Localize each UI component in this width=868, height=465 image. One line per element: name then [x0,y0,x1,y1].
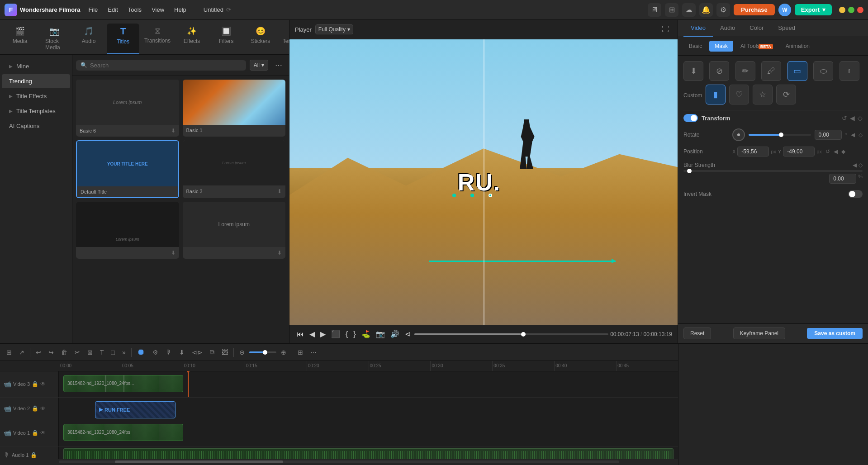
more-options-btn[interactable]: ⋯ [272,58,285,72]
tl-undo-btn[interactable]: ↩ [33,347,44,358]
clip-video3[interactable]: 3015482-hd_1920_1080_24fps... [63,375,183,392]
play-back-button[interactable]: ◀ [308,328,317,340]
mask-shape-download[interactable]: ⬇ [683,61,703,81]
skip-back-button[interactable]: ⏮ [295,328,306,340]
position-diamond-icon[interactable]: ◆ [841,148,845,155]
play-button[interactable]: ▶ [318,328,327,340]
sidebar-item-mine[interactable]: ▶ Mine [2,59,70,73]
cloud-icon-btn[interactable]: ☁ [682,3,696,17]
mask-shape-ban[interactable]: ⊘ [709,61,729,81]
lock-audio1-icon[interactable]: 🔒 [30,452,37,458]
export-button[interactable]: Export ▾ [795,4,832,15]
reset-button[interactable]: Reset [683,327,711,339]
subtab-mask[interactable]: Mask [709,41,733,52]
mask-shape-rect[interactable]: ▭ [787,61,807,81]
eye3-icon[interactable]: 👁 [40,381,46,387]
bell-icon-btn[interactable]: 🔔 [699,3,713,17]
tl-settings-btn[interactable]: ⚙ [150,347,161,358]
blur-slider[interactable] [683,170,863,172]
blur-prev-icon[interactable]: ◀ [853,162,857,168]
rotate-diamond-icon[interactable]: ◇ [859,132,863,138]
clip-out-button[interactable]: } [351,328,357,340]
tab-effects[interactable]: ✨ Effects [175,24,208,54]
lock3-icon[interactable]: 🔒 [32,381,38,387]
eye2-icon[interactable]: 👁 [40,405,46,412]
tl-rect-btn[interactable]: □ [109,347,118,358]
mask-shape-ellipse[interactable]: ⬭ [813,61,833,81]
purchase-button[interactable]: Purchase [734,4,775,15]
zoom-in-btn[interactable]: ⊕ [278,347,289,358]
grid-item-basic6[interactable]: Lorem ipsum Basic 6 ⬇ [76,80,179,137]
right-tab-color[interactable]: Color [742,20,771,37]
tab-stock-media[interactable]: 📷 Stock Media [38,24,71,54]
tl-pip-btn[interactable]: 🖼 [219,347,231,358]
fullscreen-icon-btn[interactable]: ⛶ [659,23,672,36]
transform-reset-icon[interactable]: ↺ [842,114,847,122]
menu-file[interactable]: File [84,5,102,15]
tl-grid-btn[interactable]: ⊞ [4,347,14,358]
subtab-ai-tools[interactable]: AI Tools BETA [735,41,778,52]
grid-item-basic3[interactable]: Lorem ipsum Basic 3 ⬇ [183,140,286,198]
progress-bar[interactable] [414,333,608,335]
tab-titles[interactable]: T Titles [107,24,139,54]
tl-grid2-btn[interactable]: ⊞ [295,347,306,358]
mask-shape-pen[interactable]: ✏ [735,61,755,81]
grid-item-default-title[interactable]: YOUR TITLE HERE Default Title [76,140,179,198]
quality-select[interactable]: Full Quality ▾ [315,24,353,34]
transform-add-keyframe-icon[interactable]: ◇ [858,114,863,122]
mask-shape-custom-shape[interactable]: ⟳ [776,85,796,104]
position-reset-icon[interactable]: ↺ [825,148,830,155]
rotate-circle[interactable] [732,128,745,141]
sidebar-item-title-templates[interactable]: ▶ Title Templates [2,104,70,118]
tl-text-btn[interactable]: T [97,347,107,358]
menu-help[interactable]: Help [170,5,191,15]
eye1-icon[interactable]: 👁 [40,430,46,436]
tl-import-btn[interactable]: ⬇ [176,347,187,358]
snapshot-button[interactable]: 📷 [374,328,387,340]
tl-record-btn[interactable]: ⏺ [134,346,148,359]
right-tab-speed[interactable]: Speed [771,20,802,37]
share-icon-btn[interactable]: ⚙ [716,3,730,17]
tl-select-btn[interactable]: ↗ [16,347,27,358]
sidebar-item-ai-captions[interactable]: AI Captions [2,119,70,133]
minimize-button[interactable] [839,7,845,13]
tl-mic-btn[interactable]: 🎙 [163,347,175,358]
sidebar-item-title-effects[interactable]: ▶ Title Effects [2,89,70,103]
mask-shape-star[interactable]: ☆ [753,85,773,104]
tl-redo-btn[interactable]: ↪ [46,347,57,358]
tab-audio[interactable]: 🎵 Audio [72,24,105,54]
lock1-icon[interactable]: 🔒 [32,430,38,436]
sidebar-item-trending[interactable]: Trending [2,74,70,88]
zoom-track[interactable] [249,351,276,353]
transform-toggle[interactable] [683,114,698,122]
clip-video1[interactable]: 3015482-hd_1920_1080_24fps [63,424,183,441]
grid-item-lower[interactable]: Lorem ipsum ⬇ [76,202,179,259]
tab-transitions[interactable]: ⧖ Transitions [141,24,174,54]
rotate-slider[interactable] [749,134,811,136]
right-tab-audio[interactable]: Audio [713,20,742,37]
tl-expand-btn[interactable]: ⋯ [308,347,319,358]
zoom-out-btn[interactable]: ⊖ [237,347,247,358]
transform-prev-keyframe-icon[interactable]: ◀ [850,114,855,122]
lock2-icon[interactable]: 🔒 [32,405,38,412]
timeline-scrollbar[interactable] [0,459,678,465]
menu-tools[interactable]: Tools [123,5,146,15]
player-tab[interactable]: Player [295,26,312,33]
monitor-icon-btn[interactable]: 🖥 [648,3,661,17]
mask-shape-heart[interactable]: ♡ [729,85,749,104]
tl-delete-btn[interactable]: 🗑 [58,347,70,358]
close-button[interactable] [857,7,863,13]
tab-media[interactable]: 🎬 Media [4,24,36,54]
blur-diamond-icon[interactable]: ◇ [859,162,863,168]
menu-edit[interactable]: Edit [103,5,122,15]
subtab-basic[interactable]: Basic [683,41,707,52]
menu-view[interactable]: View [147,5,169,15]
stop-button[interactable]: ⬛ [329,328,342,340]
tab-filters[interactable]: 🔲 Filters [210,24,242,54]
mask-shape-custom1[interactable]: ▮ [706,85,726,104]
grid-item-basic1[interactable]: Basic 1 [183,80,286,137]
position-prev-icon[interactable]: ◀ [834,148,838,155]
subtab-animation[interactable]: Animation [780,41,815,52]
rotate-value[interactable] [815,130,842,140]
tab-stickers[interactable]: 😊 Stickers [244,24,277,54]
